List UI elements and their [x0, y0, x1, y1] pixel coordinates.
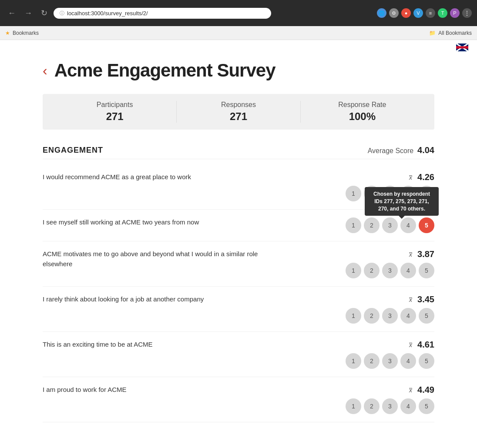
score-display-5: x 4.49 [409, 385, 434, 395]
rating-circle-5-2[interactable]: 2 [364, 398, 380, 414]
question-text-5: I am proud to work for ACME [43, 385, 127, 395]
australian-flag [456, 43, 468, 51]
score-display-2: x 3.87 [409, 249, 434, 259]
rating-circle-4-3[interactable]: 3 [382, 353, 398, 369]
browser-chrome: ← → ↻ ⓘ localhost:3000/survey_results/2/… [0, 0, 477, 26]
stats-bar: Participants 271 Responses 271 Response … [43, 94, 434, 130]
question-text-2: ACME motivates me to go above and beyond… [43, 249, 282, 269]
lock-icon: ⓘ [60, 10, 64, 17]
rating-circle-5-3[interactable]: 3 [382, 398, 398, 414]
question-text-4: This is an exciting time to be at ACME [43, 340, 153, 350]
score-value-0: 4.26 [417, 172, 434, 182]
rating-circle-1-3[interactable]: 3 [382, 217, 398, 233]
url-text: localhost:3000/survey_results/2/ [67, 10, 148, 17]
rating-circle-2-3[interactable]: 3 [382, 263, 398, 278]
question-right-2: x 3.8712345 [346, 249, 434, 278]
rating-circles-2: 12345 [346, 263, 434, 278]
extension-icon-7[interactable]: P [450, 8, 460, 18]
menu-icon[interactable]: ⋮ [462, 8, 472, 18]
score-value-3: 3.45 [417, 294, 434, 304]
page-title: Acme Engagement Survey [54, 60, 275, 81]
stat-participants-label: Participants [53, 101, 176, 109]
question-right-4: x 4.6112345 [346, 340, 434, 369]
extension-icon-6[interactable]: T [438, 8, 447, 18]
rating-circle-2-4[interactable]: 4 [400, 263, 416, 278]
rating-circle-3-5[interactable]: 5 [419, 308, 434, 324]
rating-circle-0-1[interactable]: 1 [346, 186, 361, 201]
question-row: I rarely think about looking for a job a… [43, 287, 434, 332]
bookmarks-label[interactable]: Bookmarks [13, 30, 39, 36]
rating-circle-3-4[interactable]: 4 [400, 308, 416, 324]
x-bar-icon: x [409, 174, 412, 181]
rating-circle-4-4[interactable]: 4 [400, 353, 416, 369]
all-bookmarks[interactable]: 📁 All Bookmarks [429, 30, 472, 36]
score-display-3: x 3.45 [409, 294, 434, 304]
extension-icon-1[interactable]: 🌐 [377, 8, 386, 18]
flag-container [0, 40, 477, 51]
stat-participants-value: 271 [53, 110, 176, 123]
extension-icon-2[interactable]: ⚙ [389, 8, 399, 18]
rating-circle-2-1[interactable]: 1 [346, 263, 361, 278]
rating-circles-1: 12345Chosen by respondent IDs 277, 275, … [346, 217, 434, 233]
average-score: Average Score 4.04 [368, 145, 434, 155]
stat-rate-value: 100% [301, 110, 424, 123]
rating-circle-5-1[interactable]: 1 [346, 398, 361, 414]
bookmarks-bar: ★ Bookmarks 📁 All Bookmarks [0, 26, 477, 40]
section-header: ENGAGEMENT Average Score 4.04 [43, 145, 434, 159]
address-bar[interactable]: ⓘ localhost:3000/survey_results/2/ [54, 8, 271, 19]
question-right-5: x 4.4912345 [346, 385, 434, 414]
section-title: ENGAGEMENT [43, 146, 103, 155]
question-row: I see myself still working at ACME two y… [43, 210, 434, 241]
rating-circle-3-2[interactable]: 2 [364, 308, 380, 324]
stat-responses-label: Responses [177, 101, 300, 109]
rating-circle-1-4[interactable]: 4 [400, 217, 416, 233]
question-row: This is an exciting time to be at ACMEx … [43, 332, 434, 377]
rating-circle-2-2[interactable]: 2 [364, 263, 380, 278]
x-bar-icon: x [409, 296, 412, 303]
rating-circle-3-1[interactable]: 1 [346, 308, 361, 324]
stat-responses: Responses 271 [177, 101, 300, 123]
rating-circles-5: 12345 [346, 398, 434, 414]
rating-circle-4-5[interactable]: 5 [419, 353, 434, 369]
rating-circle-2-5[interactable]: 5 [419, 263, 434, 278]
extension-icon-5[interactable]: ≡ [426, 8, 435, 18]
question-text-0: I would recommend ACME as a great place … [43, 172, 191, 182]
question-text-3: I rarely think about looking for a job a… [43, 294, 204, 304]
score-value-5: 4.49 [417, 385, 434, 395]
star-icon: ★ [5, 30, 10, 36]
questions-container: I would recommend ACME as a great place … [43, 164, 434, 422]
browser-toolbar-icons: 🌐 ⚙ ● V ≡ T P ⋮ [377, 8, 472, 18]
rating-circles-4: 12345 [346, 353, 434, 369]
score-value-2: 3.87 [417, 249, 434, 259]
stat-participants: Participants 271 [53, 101, 177, 123]
rating-circle-1-2[interactable]: 2 [364, 217, 380, 233]
rating-circle-4-2[interactable]: 2 [364, 353, 380, 369]
average-score-value: 4.04 [417, 145, 434, 155]
score-display-0: x 4.26 [409, 172, 434, 182]
rating-circle-3-3[interactable]: 3 [382, 308, 398, 324]
reload-button[interactable]: ↻ [38, 7, 50, 19]
stat-rate-label: Response Rate [301, 101, 424, 109]
x-bar-icon: x [409, 251, 412, 258]
stat-responses-value: 271 [177, 110, 300, 123]
question-right-1: 12345Chosen by respondent IDs 277, 275, … [346, 217, 434, 233]
forward-button[interactable]: → [22, 7, 35, 19]
tooltip-1: Chosen by respondent IDs 277, 275, 273, … [365, 187, 439, 216]
extension-icon-3[interactable]: ● [401, 8, 411, 18]
back-button[interactable]: ← [5, 7, 18, 19]
rating-circle-1-1[interactable]: 1 [346, 217, 361, 233]
question-right-3: x 3.4512345 [346, 294, 434, 324]
stat-response-rate: Response Rate 100% [301, 101, 424, 123]
question-text-1: I see myself still working at ACME two y… [43, 217, 199, 227]
rating-circle-5-4[interactable]: 4 [400, 398, 416, 414]
x-bar-icon: x [409, 341, 412, 348]
rating-circles-3: 12345 [346, 308, 434, 324]
x-bar-icon: x [409, 387, 412, 394]
page-content: ‹ Acme Engagement Survey Participants 27… [30, 51, 447, 440]
rating-circle-1-5[interactable]: 5Chosen by respondent IDs 277, 275, 273,… [419, 217, 434, 233]
rating-circle-4-1[interactable]: 1 [346, 353, 361, 369]
rating-circle-5-5[interactable]: 5 [419, 398, 434, 414]
extension-icon-4[interactable]: V [413, 8, 423, 18]
question-row: ACME motivates me to go above and beyond… [43, 241, 434, 287]
back-arrow-button[interactable]: ‹ [43, 64, 47, 77]
